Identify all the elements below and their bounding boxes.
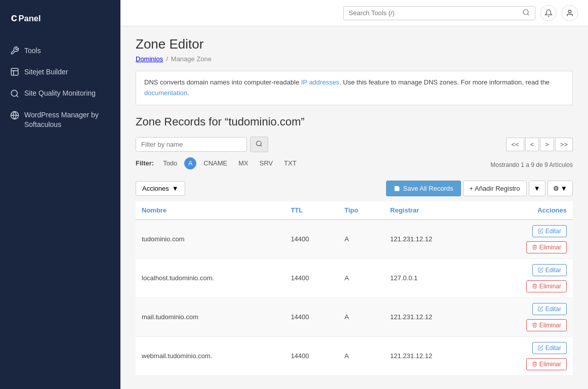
filter-search-button[interactable] xyxy=(250,137,268,152)
sidebar-item-wordpress[interactable]: WordPress Manager by Softaculous xyxy=(0,104,120,135)
documentation-link[interactable]: documentation xyxy=(144,89,187,97)
sidebar-item-site-quality[interactable]: Site Quality Monitoring xyxy=(0,82,120,104)
sidebar: c Panel Tools Sitejet Builder xyxy=(0,0,120,389)
cell-ttl: 14400 xyxy=(285,258,339,297)
sidebar-item-tools[interactable]: Tools xyxy=(0,40,120,61)
pagination-first[interactable]: << xyxy=(506,138,524,151)
filter-label: Filter: xyxy=(136,159,154,167)
col-acciones: Acciones xyxy=(480,201,573,220)
cell-nombre: localhost.tudominio.com. xyxy=(136,258,285,297)
sidebar-item-sitejet[interactable]: Sitejet Builder xyxy=(0,61,120,82)
cell-registrar: 121.231.12.12 xyxy=(384,336,480,375)
col-ttl: TTL xyxy=(285,201,339,220)
cell-registrar: 121.231.12.12 xyxy=(384,297,480,336)
cell-actions: Editar Eliminar xyxy=(480,220,573,259)
table-header-row: Nombre TTL Tipo Registrar Acciones xyxy=(136,201,573,220)
svg-line-6 xyxy=(16,96,18,97)
top-bar xyxy=(120,0,588,26)
pagination: << < > >> xyxy=(506,138,573,151)
type-filter-bar: Filter: Todo A CNAME MX SRV TXT xyxy=(136,157,301,169)
cell-registrar: 127.0.0.1 xyxy=(384,258,480,297)
edit-icon xyxy=(538,228,543,234)
cell-actions: Editar Eliminar xyxy=(480,297,573,336)
trash-icon xyxy=(532,361,537,367)
svg-rect-2 xyxy=(11,69,18,76)
save-icon xyxy=(394,185,400,192)
delete-button[interactable]: Eliminar xyxy=(526,319,567,331)
info-line: Mostrando 1 a 9 de 9 Artículos xyxy=(490,161,573,168)
breadcrumb-current: Manage Zone xyxy=(171,55,212,63)
actions-row: Acciones ▼ Save All Records + Añadir Reg… xyxy=(136,181,573,196)
desc-text-2: . Use this feature to manage DNS zones. … xyxy=(340,78,550,86)
save-label: Save All Records xyxy=(403,185,453,192)
breadcrumb: Dominios / Manage Zone xyxy=(136,55,573,63)
filter-todo-button[interactable]: Todo xyxy=(159,158,181,168)
sidebar-nav: Tools Sitejet Builder Site Quality Monit… xyxy=(0,40,120,135)
right-buttons: Save All Records + Añadir Registro ▼ ⚙ ▼ xyxy=(386,181,573,196)
sidebar-item-sitejet-label: Sitejet Builder xyxy=(24,67,68,76)
wrench-icon xyxy=(10,46,19,55)
ip-addresses-link[interactable]: IP addresses xyxy=(301,78,340,86)
search-bar-container xyxy=(343,6,535,20)
filter-txt-button[interactable]: TXT xyxy=(280,158,301,168)
cell-nombre: tudominio.com xyxy=(136,220,285,259)
delete-button[interactable]: Eliminar xyxy=(526,280,567,292)
filter-input[interactable] xyxy=(136,137,247,152)
search-quality-icon xyxy=(10,89,19,98)
svg-point-8 xyxy=(523,9,528,14)
edit-button[interactable]: Editar xyxy=(532,303,567,315)
edit-button[interactable]: Editar xyxy=(532,342,567,354)
acciones-dropdown-icon: ▼ xyxy=(172,185,179,192)
sidebar-item-wordpress-label: WordPress Manager by Softaculous xyxy=(24,110,110,128)
delete-button[interactable]: Eliminar xyxy=(526,241,567,253)
delete-button[interactable]: Eliminar xyxy=(526,358,567,370)
svg-point-5 xyxy=(11,91,17,97)
cell-registrar: 121.231.12.12 xyxy=(384,220,480,259)
add-record-button[interactable]: + Añadir Registro xyxy=(463,181,527,196)
filter-search-icon xyxy=(256,140,263,147)
cell-tipo: A xyxy=(339,336,384,375)
filter-bar: << < > >> xyxy=(136,137,573,152)
add-dropdown-button[interactable]: ▼ xyxy=(529,181,545,196)
breadcrumb-parent[interactable]: Dominios xyxy=(136,55,163,63)
cell-nombre: mail.tudominio.com xyxy=(136,297,285,336)
notifications-button[interactable] xyxy=(540,5,557,21)
search-input[interactable] xyxy=(349,9,522,17)
col-registrar: Registrar xyxy=(384,201,480,220)
zone-table: Nombre TTL Tipo Registrar Acciones tudom… xyxy=(136,201,573,376)
filter-srv-button[interactable]: SRV xyxy=(256,158,277,168)
dropdown-arrow-icon: ▼ xyxy=(534,185,540,192)
trash-icon xyxy=(532,322,537,328)
pagination-prev[interactable]: < xyxy=(525,138,539,151)
zone-title: Zone Records for “tudominio.com” xyxy=(136,115,573,128)
description-box: DNS converts domain names into computer-… xyxy=(136,71,573,105)
svg-line-12 xyxy=(261,145,262,146)
pagination-last[interactable]: >> xyxy=(555,138,573,151)
gear-icon: ⚙ xyxy=(553,185,559,192)
save-all-records-button[interactable]: Save All Records xyxy=(386,181,461,196)
trash-icon xyxy=(532,283,537,289)
trash-icon xyxy=(532,244,537,250)
filter-cname-button[interactable]: CNAME xyxy=(199,158,231,168)
edit-icon xyxy=(538,306,543,312)
acciones-button[interactable]: Acciones ▼ xyxy=(136,181,185,196)
cell-actions: Editar Eliminar xyxy=(480,258,573,297)
gear-dropdown-icon: ▼ xyxy=(561,185,567,192)
filter-mx-button[interactable]: MX xyxy=(234,158,253,168)
col-nombre: Nombre xyxy=(136,201,285,220)
table-row: mail.tudominio.com 14400 A 121.231.12.12… xyxy=(136,297,573,336)
logo: c Panel xyxy=(0,0,120,36)
edit-icon xyxy=(538,267,543,273)
filter-a-button[interactable]: A xyxy=(184,157,196,169)
gear-button[interactable]: ⚙ ▼ xyxy=(548,181,573,196)
edit-button[interactable]: Editar xyxy=(532,264,567,276)
wordpress-icon xyxy=(10,111,19,120)
pagination-next[interactable]: > xyxy=(540,138,554,151)
sidebar-item-tools-label: Tools xyxy=(24,46,41,55)
main-area: Zone Editor Dominios / Manage Zone DNS c… xyxy=(120,0,588,389)
user-menu-button[interactable] xyxy=(562,5,578,21)
sidebar-item-site-quality-label: Site Quality Monitoring xyxy=(24,89,96,98)
cell-ttl: 14400 xyxy=(285,336,339,375)
edit-button[interactable]: Editar xyxy=(532,225,567,237)
filter-left xyxy=(136,137,268,152)
